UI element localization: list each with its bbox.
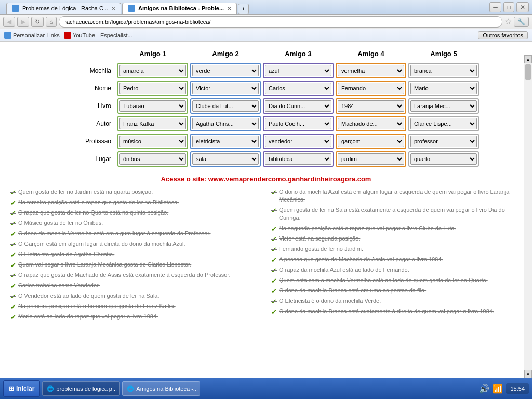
clue-text: Na segunda posição está o rapaz que vai … [279,224,456,232]
check-icon: ✔ [10,241,16,248]
bookmark-personalize[interactable]: Personalizar Links [4,32,60,39]
main-content: Amigo 1 Amigo 2 Amigo 3 Amigo 4 Amigo 5 … [0,42,532,365]
cell-0-1: verde [190,63,261,78]
scroll-thumb[interactable] [525,64,531,80]
maximize-button[interactable]: □ [503,2,514,12]
home-button[interactable]: ⌂ [46,17,57,27]
bookmark-youtube-label: YouTube - Especialist... [73,32,132,38]
check-icon: ✔ [271,267,277,274]
clue-text: O dono da mochila Azul está em algum lug… [279,188,522,204]
clue-text: O dono da mochila Branca está exatamente… [279,308,494,315]
select-1-4[interactable]: Mario [410,83,477,94]
new-tab-button[interactable]: + [238,4,248,14]
cell-3-2: Paulo Coelh... [263,116,334,131]
select-4-2[interactable]: vendedor [265,136,331,147]
tab-2[interactable]: Amigos na Biblioteca - Proble... ✕ [122,3,237,14]
select-5-0[interactable]: ônibus [119,153,186,165]
minimize-button[interactable]: ─ [489,2,501,12]
select-0-2[interactable]: azul [265,65,331,76]
tab-1[interactable]: Problemas de Lógica - Racha C... ✕ [6,3,121,14]
check-icon: ✔ [10,261,16,269]
bookmark-personalize-label: Personalizar Links [13,32,60,38]
clue-text: Victor está na segunda posição. [279,235,360,243]
refresh-button[interactable]: ↻ [31,17,44,27]
cell-5-3: jardim [336,151,406,167]
tab-2-close[interactable]: ✕ [227,6,231,11]
cell-4-4: professor [408,134,479,149]
select-5-2[interactable]: biblioteca [265,153,331,165]
clue-item: ✔O dono da mochila Azul está em algum lu… [271,188,522,204]
check-icon: ✔ [10,303,16,311]
cell-2-4: Laranja Mec... [408,98,479,114]
clue-text: O Músico gosta de ler no Ônibus. [18,219,103,227]
select-2-0[interactable]: Tubarão [119,100,186,112]
header-amigo4: Amigo 4 [336,47,406,61]
check-icon: ✔ [10,199,16,207]
select-4-3[interactable]: garçom [338,136,404,147]
row-label-2: Livro [53,98,115,114]
header-amigo5: Amigo 5 [408,47,479,61]
check-icon: ✔ [271,235,277,243]
select-0-1[interactable]: verde [192,65,259,76]
select-3-0[interactable]: Franz Kafka [119,118,186,129]
select-4-4[interactable]: professor [410,136,477,147]
tab-1-close[interactable]: ✕ [111,6,115,11]
select-5-3[interactable]: jardim [338,153,404,165]
select-5-1[interactable]: sala [192,153,259,165]
scrollbar[interactable]: ▲ ▼ [524,55,532,365]
clue-text: O dono da mochila Branca está em uma as … [279,287,426,295]
back-button[interactable]: ◀ [3,17,15,27]
cell-4-3: garçom [336,134,406,149]
cell-4-1: eletricista [190,134,261,149]
cell-1-1: Victor [190,81,261,96]
clue-item: ✔Mario está ao lado do rapaz que vai peg… [10,313,261,321]
others-favorites-button[interactable]: Outros favoritos [478,31,528,39]
row-label-5: Lugar [53,151,115,167]
clue-text: O rapaz que gosta de ler no Quarto está … [18,209,168,217]
cell-3-0: Franz Kafka [117,116,188,131]
cell-4-0: músico [117,134,188,149]
select-3-1[interactable]: Agatha Chris... [192,118,259,129]
wrench-button[interactable]: 🔧 [514,17,529,27]
puzzle-grid: Amigo 1 Amigo 2 Amigo 3 Amigo 4 Amigo 5 … [53,47,479,167]
select-1-2[interactable]: Carlos [265,83,331,94]
select-1-0[interactable]: Pedro [119,83,186,94]
select-4-0[interactable]: músico [119,136,186,147]
select-2-3[interactable]: 1984 [338,100,404,112]
scroll-up-button[interactable]: ▲ [524,55,532,63]
clue-item: ✔O rapaz que gosta de ler no Quarto está… [10,209,261,217]
select-0-4[interactable]: branca [410,65,477,76]
select-1-3[interactable]: Fernando [338,83,404,94]
select-2-4[interactable]: Laranja Mec... [410,100,477,112]
check-icon: ✔ [271,189,277,196]
select-5-4[interactable]: quarto [410,153,477,165]
check-icon: ✔ [271,256,277,264]
select-2-2[interactable]: Dia do Curin... [265,100,331,112]
clue-text: O Eletricista é o dono da mochila Verde. [279,297,381,305]
cell-1-4: Mario [408,81,479,96]
select-1-1[interactable]: Victor [192,83,259,94]
select-4-1[interactable]: eletricista [192,136,259,147]
close-button[interactable]: ✕ [516,2,529,12]
cell-3-4: Clarice Lispe... [408,116,479,131]
address-bar[interactable] [59,16,502,28]
clue-item: ✔Na terceira posição está o rapaz que go… [10,198,261,207]
check-icon: ✔ [271,207,277,215]
check-icon: ✔ [271,287,277,295]
select-0-0[interactable]: amarela [119,65,186,76]
cell-1-0: Pedro [117,81,188,96]
select-0-3[interactable]: vermelha [338,65,404,76]
select-3-3[interactable]: Machado de... [338,118,404,129]
clue-item: ✔Victor está na segunda posição. [271,235,522,243]
bookmark-star[interactable]: ☆ [504,17,512,26]
bookmark-youtube[interactable]: YouTube - Especialist... [64,32,132,39]
cell-5-0: ônibus [117,151,188,167]
cell-2-0: Tubarão [117,98,188,114]
select-3-2[interactable]: Paulo Coelh... [265,118,331,129]
select-3-4[interactable]: Clarice Lispe... [410,118,477,129]
forward-button[interactable]: ▶ [17,17,29,27]
row-label-1: Nome [53,81,115,96]
select-2-1[interactable]: Clube da Lut... [192,100,259,112]
cell-0-0: amarela [117,63,188,78]
cell-0-3: vermelha [336,63,406,78]
